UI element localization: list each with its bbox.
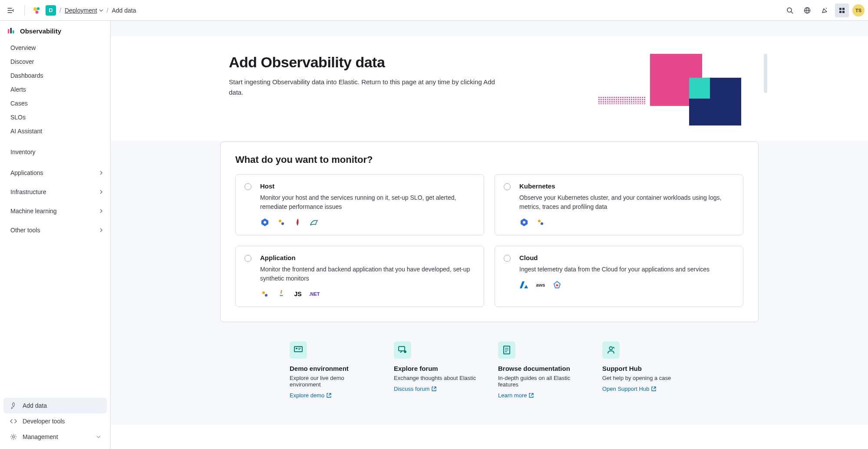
resource-link[interactable]: Explore demo bbox=[290, 392, 376, 399]
radio-icon bbox=[244, 255, 251, 262]
apps-button[interactable] bbox=[835, 3, 849, 17]
monitor-card-cloud[interactable]: Cloud Ingest telemetry data from the Clo… bbox=[495, 246, 743, 307]
card-tech-icons: JS .NET bbox=[260, 289, 475, 299]
resource-title: Support Hub bbox=[602, 365, 689, 372]
chevron-right-icon bbox=[99, 228, 103, 232]
monitor-card-host[interactable]: Host Monitor your host and the services … bbox=[235, 174, 484, 235]
popout-icon bbox=[651, 386, 656, 391]
svg-rect-8 bbox=[842, 8, 845, 10]
resource-support: Support Hub Get help by opening a case O… bbox=[602, 341, 689, 399]
chevron-down-icon bbox=[96, 435, 101, 439]
monitor-panel: What do you want to monitor? Host Monito… bbox=[220, 142, 759, 322]
card-description: Monitor your host and the services runni… bbox=[260, 193, 475, 211]
sidebar-item-infrastructure[interactable]: Infrastructure bbox=[0, 185, 110, 199]
radio-icon bbox=[244, 183, 251, 190]
svg-point-18 bbox=[281, 222, 284, 225]
sidebar-item-ai-assistant[interactable]: AI Assistant bbox=[0, 124, 110, 138]
search-icon bbox=[786, 7, 793, 14]
sidebar-footer-label: Developer tools bbox=[23, 418, 65, 425]
radio-icon bbox=[504, 255, 511, 262]
sidebar-expandable-items: Applications Infrastructure Machine lear… bbox=[0, 164, 110, 239]
page-subtitle: Start ingesting Observability data into … bbox=[229, 77, 507, 98]
sidebar-item-discover[interactable]: Discover bbox=[0, 55, 110, 69]
sidebar-main-items: Overview Discover Dashboards Alerts Case… bbox=[0, 39, 110, 140]
code-icon bbox=[10, 418, 17, 425]
card-tech-icons bbox=[519, 218, 734, 227]
sidebar-footer-dev-tools[interactable]: Developer tools bbox=[3, 413, 107, 429]
svg-rect-30 bbox=[298, 349, 300, 350]
svg-rect-31 bbox=[399, 347, 405, 351]
monitor-heading: What do you want to monitor? bbox=[235, 154, 743, 165]
svg-point-32 bbox=[404, 350, 406, 353]
card-description: Monitor the frontend and backend applica… bbox=[260, 265, 475, 283]
popout-icon bbox=[529, 393, 534, 398]
sidebar-item-machine-learning[interactable]: Machine learning bbox=[0, 204, 110, 218]
svg-rect-7 bbox=[839, 8, 842, 10]
chevron-right-icon bbox=[99, 190, 103, 194]
sidebar-item-dashboards[interactable]: Dashboards bbox=[0, 69, 110, 83]
breadcrumb-link-text: Deployment bbox=[65, 7, 97, 14]
sidebar: Observability Overview Discover Dashboar… bbox=[0, 21, 111, 449]
svg-rect-10 bbox=[842, 11, 845, 13]
breadcrumb-deployment-link[interactable]: Deployment bbox=[65, 7, 103, 14]
help-button[interactable] bbox=[800, 3, 814, 17]
svg-rect-11 bbox=[8, 29, 10, 33]
sidebar-header-text: Observability bbox=[20, 27, 61, 35]
newsfeed-button[interactable] bbox=[818, 3, 832, 17]
monitor-card-application[interactable]: Application Monitor the frontend and bac… bbox=[235, 246, 484, 307]
kubernetes-icon bbox=[519, 218, 529, 227]
user-avatar[interactable]: TS bbox=[852, 4, 865, 17]
chevron-right-icon bbox=[99, 171, 103, 175]
content-section: What do you want to monitor? Host Monito… bbox=[111, 141, 868, 425]
popout-icon bbox=[432, 386, 436, 391]
elastic-logo-icon[interactable] bbox=[32, 5, 42, 16]
sidebar-item-slos[interactable]: SLOs bbox=[0, 110, 110, 124]
sidebar-item-cases[interactable]: Cases bbox=[0, 96, 110, 110]
resource-link[interactable]: Open Support Hub bbox=[602, 386, 689, 392]
svg-point-1 bbox=[37, 7, 40, 10]
dock-left-icon bbox=[7, 7, 14, 14]
kubernetes-icon bbox=[260, 218, 270, 227]
nav-collapse-button[interactable] bbox=[3, 3, 17, 17]
resource-docs: Browse documentation In-depth guides on … bbox=[498, 341, 585, 399]
space-avatar[interactable]: D bbox=[46, 5, 56, 16]
svg-rect-13 bbox=[13, 30, 14, 33]
sidebar-item-other-tools[interactable]: Other tools bbox=[0, 223, 110, 237]
otel-icon bbox=[536, 218, 545, 227]
breadcrumb-separator: / bbox=[59, 7, 61, 14]
svg-point-6 bbox=[826, 8, 827, 9]
aws-icon: aws bbox=[536, 280, 545, 290]
resource-link[interactable]: Learn more bbox=[498, 392, 585, 399]
top-gray-strip bbox=[111, 21, 868, 36]
hero-illustration bbox=[585, 54, 767, 123]
resource-desc: In-depth guides on all Elastic features bbox=[498, 375, 585, 388]
monitor-card-kubernetes[interactable]: Kubernetes Observe your Kubernetes clust… bbox=[495, 174, 743, 235]
sidebar-footer-label: Add data bbox=[23, 402, 47, 409]
launch-icon bbox=[10, 402, 17, 409]
resource-link[interactable]: Discuss forum bbox=[394, 386, 481, 392]
sidebar-item-alerts[interactable]: Alerts bbox=[0, 83, 110, 96]
svg-point-24 bbox=[265, 294, 267, 297]
javascript-icon: JS bbox=[293, 289, 303, 299]
topbar-right: TS bbox=[783, 3, 865, 17]
svg-point-34 bbox=[610, 347, 613, 350]
sidebar-footer-management[interactable]: Management bbox=[3, 429, 107, 445]
sidebar-item-inventory[interactable]: Inventory bbox=[0, 145, 110, 159]
java-icon bbox=[277, 289, 286, 299]
sidebar-item-overview[interactable]: Overview bbox=[0, 41, 110, 55]
resource-title: Browse documentation bbox=[498, 365, 585, 372]
card-tech-icons: aws bbox=[519, 280, 734, 290]
sidebar-item-applications[interactable]: Applications bbox=[0, 166, 110, 180]
sidebar-footer-add-data[interactable]: Add data bbox=[3, 398, 107, 413]
sidebar-header[interactable]: Observability bbox=[0, 21, 110, 39]
support-icon bbox=[602, 341, 620, 359]
card-title: Application bbox=[260, 254, 475, 261]
svg-rect-12 bbox=[10, 28, 12, 33]
breadcrumb-separator: / bbox=[107, 7, 109, 14]
svg-point-14 bbox=[13, 436, 15, 438]
gcp-icon bbox=[552, 280, 562, 290]
svg-point-21 bbox=[538, 220, 541, 222]
search-button[interactable] bbox=[783, 3, 797, 17]
party-icon bbox=[821, 7, 828, 14]
document-icon bbox=[498, 341, 515, 359]
